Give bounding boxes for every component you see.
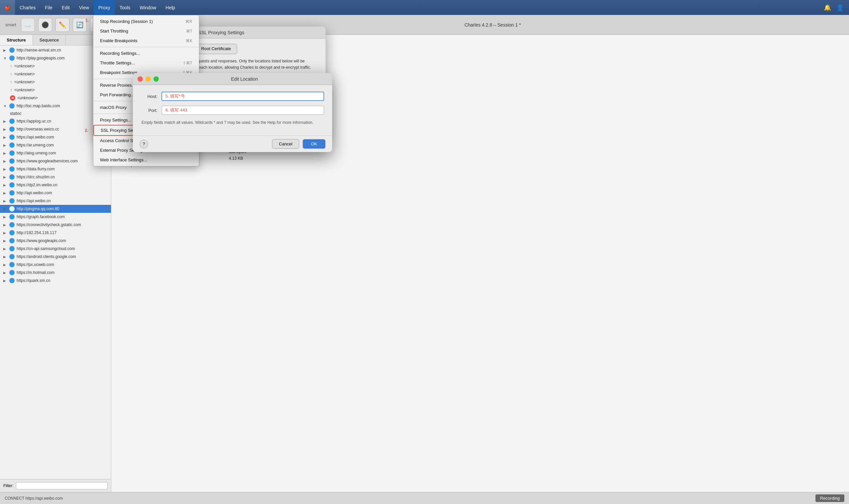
port-label: Port: xyxy=(141,108,157,113)
globe-icon: 🌐 xyxy=(9,230,15,235)
detail-row: ▶ Combined 4.13 KB xyxy=(114,155,846,162)
globe-icon: 🌐 xyxy=(9,158,15,164)
ssl-tab-root-cert[interactable]: Root Certificate xyxy=(195,44,237,54)
menubar-right-icons: 🔔 👤 xyxy=(824,4,849,11)
list-item[interactable]: ▶ 🌐 http://182.254.116.117 xyxy=(0,229,111,237)
globe-icon: 🌐 xyxy=(9,48,15,53)
globe-icon: 🌐 xyxy=(9,270,15,275)
list-item[interactable]: ▶ 🌐 https://android.clients.google.com xyxy=(0,253,111,260)
apple-menu[interactable]: 🍎 xyxy=(0,0,15,15)
edit-cancel-btn[interactable]: Cancel xyxy=(272,139,299,149)
menubar-proxy[interactable]: Proxy xyxy=(94,0,115,15)
globe-icon: 🌐 xyxy=(9,182,15,187)
host-input[interactable] xyxy=(161,92,324,101)
menubar-edit[interactable]: Edit xyxy=(57,0,74,15)
globe-icon: 🌐 xyxy=(9,222,15,228)
list-item[interactable]: ▶ 🌐 https://cn-api.samsungcloud.com xyxy=(0,245,111,253)
list-item[interactable]: ▶ 🌐 https://graph.facebook.com xyxy=(0,213,111,221)
host-label: Host: xyxy=(141,94,157,99)
edit-loc-footer: ? 7.保存 Cancel OK xyxy=(133,136,332,152)
globe-icon: 🌐 xyxy=(9,214,15,219)
menu-sep-1 xyxy=(93,47,199,47)
globe-icon: 🌐 xyxy=(9,103,15,109)
globe-icon: 🌐 xyxy=(9,238,15,244)
menu-recording-settings[interactable]: Recording Settings... xyxy=(93,49,199,58)
toolbar-breadcrumb: smart xyxy=(5,22,16,27)
globe-icon: 🌐 xyxy=(9,142,15,148)
globe-icon: 🌐 xyxy=(9,198,15,203)
menubar: 🍎 Charles File Edit View Proxy Tools Win… xyxy=(0,0,849,15)
edit-tl-red[interactable] xyxy=(138,76,143,82)
upload-icon: ↑ xyxy=(10,71,12,77)
globe-icon: 🌐 xyxy=(9,262,15,267)
recording-badge: Recording xyxy=(815,496,844,501)
list-item-selected[interactable]: ▶ 🌐 http://pingma.qq.com:80 xyxy=(0,205,111,213)
list-item[interactable]: ▶ 🌐 http://api.weibo.com xyxy=(0,189,111,197)
globe-icon: 🌐 xyxy=(9,55,15,61)
edit-location-dialog: Edit Location Host: Port: Empty fields m… xyxy=(133,73,332,152)
toolbar-btn-record[interactable]: ⚫ xyxy=(38,18,52,32)
edit-ok-btn[interactable]: OK xyxy=(303,139,325,149)
toolbar-btn-refresh[interactable]: 🔄 xyxy=(73,18,87,32)
menubar-view[interactable]: View xyxy=(74,0,94,15)
edit-loc-titlebar: Edit Location xyxy=(133,73,332,85)
menubar-help[interactable]: Help xyxy=(161,0,180,15)
step2-label: 2. xyxy=(85,128,88,133)
list-item[interactable]: ▶ 🌐 https://m.hotmail.com xyxy=(0,269,111,276)
globe-icon: 🌐 xyxy=(9,126,15,132)
globe-icon: 🌐 xyxy=(9,174,15,180)
edit-loc-note: Empty fields match all values. Wildcards… xyxy=(141,120,324,126)
globe-icon: 🌐 xyxy=(9,246,15,251)
toolbar-btn-pencil[interactable]: ✏️ xyxy=(55,18,69,32)
sidebar-filter-bar: Filter: xyxy=(0,479,111,492)
statusbar: CONNECT https://api.weibo.com Recording xyxy=(0,492,849,504)
list-item[interactable]: ▶ 🌐 https://connectivitycheck.gstatic.co… xyxy=(0,221,111,229)
filter-input[interactable] xyxy=(16,482,108,489)
globe-icon: 🌐 xyxy=(9,254,15,259)
menubar-charles[interactable]: Charles xyxy=(15,0,40,15)
tab-sequence[interactable]: Sequence xyxy=(33,35,66,45)
detail-row: Compression - xyxy=(114,162,846,168)
upload-icon: ↑ xyxy=(10,87,12,93)
apple-icon: 🍎 xyxy=(5,5,10,10)
globe-icon: 🌐 xyxy=(9,150,15,156)
globe-icon: 🌐 xyxy=(9,206,15,212)
host-row: Host: xyxy=(141,92,324,101)
menu-throttle-settings[interactable]: Throttle Settings... ⇧⌘T xyxy=(93,58,199,68)
list-item[interactable]: ▶ 🌐 https://quark.sm.cn xyxy=(0,276,111,285)
step1-label: 1. xyxy=(85,15,89,25)
tab-structure[interactable]: Structure xyxy=(0,35,33,45)
toolbar-btn-cloud[interactable]: ☁️ xyxy=(21,18,35,32)
edit-help-btn[interactable]: ? xyxy=(140,140,148,148)
globe-icon: 🌐 xyxy=(9,119,15,124)
edit-loc-content: Host: Port: Empty fields match all value… xyxy=(133,85,332,136)
menubar-file[interactable]: File xyxy=(40,0,57,15)
edit-tl-yellow[interactable] xyxy=(145,76,151,82)
upload-icon: ↑ xyxy=(10,79,12,85)
edit-loc-title: Edit Location xyxy=(161,76,328,82)
upload-icon: ↑ xyxy=(10,64,12,69)
list-item[interactable]: ▶ 🌐 https://px.ucweb.com xyxy=(0,260,111,269)
globe-icon: 🌐 xyxy=(9,190,15,196)
menu-start-throttling[interactable]: Start Throttling ⌘T xyxy=(93,26,199,36)
port-input[interactable] xyxy=(161,106,324,115)
filter-label: Filter: xyxy=(3,483,13,488)
port-row: Port: xyxy=(141,106,324,115)
list-item[interactable]: ▶ 🌐 https://www.googleapis.com xyxy=(0,237,111,245)
menubar-tools[interactable]: Tools xyxy=(115,0,135,15)
menu-web-interface[interactable]: Web Interface Settings... xyxy=(93,155,199,165)
globe-icon: 🌐 xyxy=(9,278,15,283)
list-item[interactable]: ▶ 🌐 https://api.weibo.cn xyxy=(0,197,111,205)
menu-stop-recording[interactable]: Stop Recording (Session 1) ⌘R xyxy=(93,17,199,26)
globe-icon: 🌐 xyxy=(9,166,15,172)
list-item[interactable]: ▶ 🌐 https://dp2.im.weibo.cn xyxy=(0,181,111,189)
menu-enable-breakpoints[interactable]: Enable Breakpoints ⌘K xyxy=(93,36,199,46)
list-item[interactable]: ▶ 🌐 https://dcc.shuzilm.cn xyxy=(0,173,111,181)
connect-text: CONNECT https://api.weibo.com xyxy=(5,496,63,501)
edit-tl-green[interactable] xyxy=(154,76,159,82)
globe-icon: 🌐 xyxy=(9,134,15,140)
menubar-window[interactable]: Window xyxy=(135,0,161,15)
error-icon: ✕ xyxy=(10,95,15,101)
